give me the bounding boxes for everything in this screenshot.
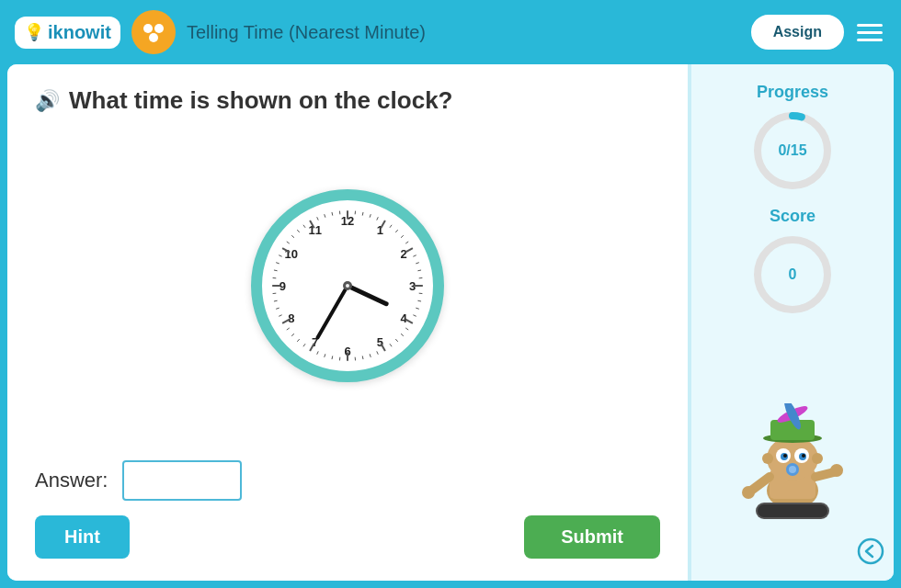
svg-point-2 [149,33,158,42]
svg-line-38 [310,344,314,351]
svg-line-16 [417,270,421,271]
svg-line-10 [395,230,397,232]
assign-button[interactable]: Assign [751,15,844,50]
robot-container [737,331,848,523]
svg-line-59 [317,217,319,220]
back-button[interactable] [857,537,884,571]
svg-point-84 [783,454,787,458]
topic-icon [131,10,176,54]
main-area: 🔊 What time is shown on the clock? 12123… [7,64,894,581]
robot-character [737,403,848,523]
svg-line-15 [416,263,419,264]
svg-point-94 [859,539,883,563]
svg-line-57 [303,225,305,228]
svg-line-55 [291,235,294,237]
svg-line-14 [413,255,416,257]
svg-line-21 [416,308,419,309]
logo-bulb-icon: 💡 [24,22,44,42]
right-panel: Progress 0/15 Score 0 [691,64,894,581]
svg-point-66 [346,284,349,288]
svg-line-90 [751,477,770,491]
progress-label: Progress [757,83,828,102]
svg-point-1 [154,24,164,33]
svg-line-39 [303,344,305,346]
header-actions: Assign [751,15,886,50]
svg-point-89 [812,453,823,464]
question-text: What time is shown on the clock? [69,86,453,115]
menu-line-3 [857,39,883,41]
hint-button[interactable]: Hint [35,515,130,559]
svg-line-26 [395,339,397,342]
svg-line-30 [370,354,371,357]
svg-line-12 [405,242,408,243]
svg-line-60 [325,214,325,218]
svg-line-13 [405,248,413,253]
answer-label: Answer: [35,469,108,492]
bottom-buttons: Hint Submit [35,515,660,559]
svg-rect-72 [758,504,827,517]
svg-line-20 [417,300,421,301]
svg-line-46 [274,300,278,301]
svg-line-61 [332,212,333,216]
svg-point-0 [143,24,153,33]
svg-line-22 [413,315,416,317]
left-panel: 🔊 What time is shown on the clock? 12123… [7,64,688,581]
svg-line-7 [377,217,379,220]
progress-circle: 0/15 [751,109,834,192]
svg-line-54 [287,242,290,243]
svg-line-36 [325,354,325,357]
svg-line-6 [370,214,371,218]
svg-line-27 [390,344,392,346]
answer-row: Answer: [35,460,660,501]
clock-inner: 121234567891011 [262,200,433,371]
svg-line-8 [381,220,385,228]
svg-line-24 [405,328,408,330]
svg-point-93 [830,464,843,477]
svg-line-11 [401,235,404,237]
logo: 💡 iknowit [15,17,120,49]
menu-line-1 [857,24,883,27]
score-block: Score 0 [751,207,834,316]
progress-value: 0/15 [778,142,806,159]
svg-line-37 [317,351,319,354]
svg-line-40 [297,339,299,342]
clock-container: 121234567891011 [35,120,660,451]
svg-line-51 [276,263,279,264]
svg-line-23 [405,319,413,323]
svg-line-5 [362,212,363,216]
svg-line-64 [317,286,348,337]
svg-line-25 [401,334,404,335]
svg-line-45 [276,308,279,309]
svg-point-91 [742,486,755,499]
sound-icon[interactable]: 🔊 [35,89,60,113]
svg-line-28 [381,344,385,351]
score-value: 0 [789,266,797,283]
svg-line-50 [274,270,278,271]
svg-line-9 [390,225,392,228]
svg-line-31 [362,356,363,359]
menu-button[interactable] [853,20,886,45]
score-label: Score [770,207,815,226]
submit-button[interactable]: Submit [524,515,660,559]
svg-line-53 [282,248,290,253]
progress-block: Progress 0/15 [751,83,834,192]
logo-text: iknowit [48,22,111,43]
clock-face: 121234567891011 [251,189,444,382]
score-circle: 0 [751,233,834,316]
svg-point-87 [789,466,796,473]
svg-line-35 [332,356,333,359]
svg-line-58 [310,220,314,228]
svg-line-52 [279,255,281,257]
topic-title: Telling Time (Nearest Minute) [187,22,740,43]
menu-line-2 [857,31,883,34]
svg-line-44 [279,315,281,317]
svg-point-88 [762,453,773,464]
answer-input[interactable] [122,460,242,501]
header: 💡 iknowit Telling Time (Nearest Minute) … [0,0,901,64]
svg-line-63 [348,286,386,304]
svg-line-29 [377,351,379,354]
svg-line-41 [291,334,294,335]
svg-line-56 [297,230,299,232]
svg-point-85 [802,454,805,458]
svg-line-43 [282,319,290,323]
